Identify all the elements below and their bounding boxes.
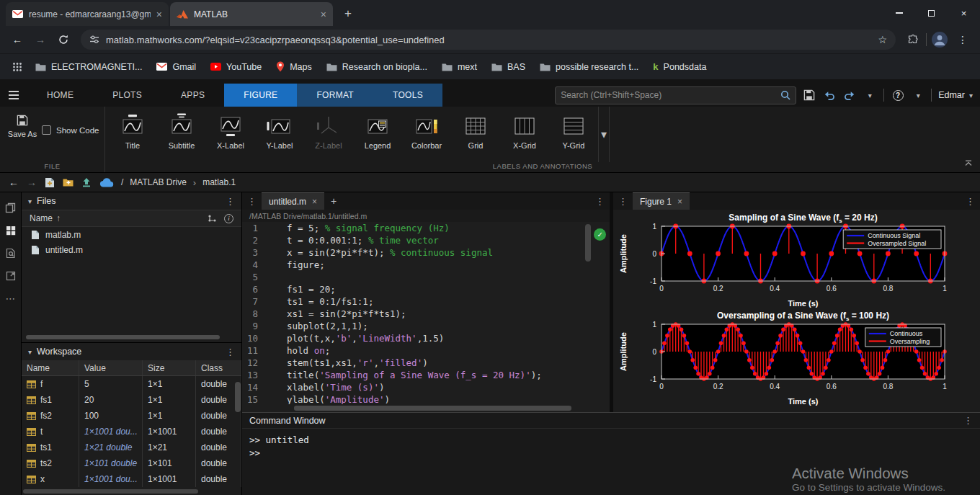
close-button[interactable]: × bbox=[948, 0, 980, 26]
bookmark-star-icon[interactable]: ☆ bbox=[878, 35, 887, 45]
path-new-script-icon[interactable] bbox=[45, 177, 55, 188]
code-line-15[interactable]: 15ylabel('Amplitude') bbox=[242, 393, 610, 404]
code-line-13[interactable]: 13title('Sampling of a Sine Wave (f_s = … bbox=[242, 369, 610, 381]
extensions-icon[interactable] bbox=[903, 30, 923, 50]
reload-icon[interactable] bbox=[53, 30, 74, 50]
editor-group-menu-icon[interactable]: ⋮ bbox=[590, 196, 610, 207]
profile-avatar[interactable] bbox=[930, 30, 950, 50]
panel-menu-icon[interactable]: ⋮ bbox=[226, 196, 235, 207]
toolstrip-tab-tools[interactable]: TOOLS bbox=[373, 84, 442, 107]
path-back-arrow-icon[interactable]: ← bbox=[9, 177, 19, 187]
editor-horizontal-scrollbar[interactable] bbox=[242, 404, 610, 412]
bookmark-possible-research-t[interactable]: possible research t... bbox=[533, 59, 645, 75]
workspace-row-ts2[interactable]: ts21×101 double1×101double bbox=[22, 455, 241, 471]
code-line-1[interactable]: 1f = 5; % signal frequency (Hz) bbox=[242, 222, 610, 234]
workspace-column-value[interactable]: Value bbox=[79, 360, 143, 375]
maximize-button[interactable] bbox=[915, 0, 948, 26]
toolstrip-tab-plots[interactable]: PLOTS bbox=[93, 84, 161, 107]
more-options-icon[interactable]: ⋯ bbox=[6, 293, 16, 303]
workspace-column-size[interactable]: Size bbox=[143, 360, 196, 375]
gallery-more-button[interactable]: ▾ bbox=[598, 107, 610, 162]
open-detached-icon[interactable] bbox=[6, 271, 16, 281]
editor-vertical-scrollbar[interactable] bbox=[585, 224, 591, 262]
files-panel-header[interactable]: ▾ Files ⋮ bbox=[22, 192, 241, 210]
browser-tab-matlab[interactable]: MATLAB× bbox=[170, 2, 333, 26]
apps-grid-icon[interactable] bbox=[7, 57, 27, 77]
site-settings-icon[interactable] bbox=[89, 35, 99, 45]
file-untitled-m[interactable]: untitled.m bbox=[22, 242, 241, 257]
code-line-14[interactable]: 14xlabel('Time (s)') bbox=[242, 381, 610, 393]
new-tab-button[interactable]: + bbox=[339, 4, 357, 23]
code-line-8[interactable]: 8xs1 = sin(2*pi*f*ts1); bbox=[242, 308, 610, 320]
workspace-row-ts1[interactable]: ts11×21 double1×21double bbox=[22, 440, 241, 455]
path-upload-icon[interactable] bbox=[81, 177, 92, 187]
toolstrip-tab-apps[interactable]: APPS bbox=[161, 84, 224, 107]
info-icon[interactable]: i bbox=[224, 214, 233, 223]
bookmark-pondsdata[interactable]: kPondsdata bbox=[646, 58, 713, 75]
files-column-header[interactable]: Name ↑ i bbox=[22, 210, 241, 227]
toolstrip-tab-figure[interactable]: FIGURE bbox=[224, 84, 297, 107]
quick-dropdown-icon[interactable]: ▾ bbox=[912, 92, 925, 99]
tab-close-icon[interactable]: × bbox=[156, 9, 162, 20]
new-document-button[interactable]: + bbox=[324, 195, 343, 207]
doc-search-panel-icon[interactable] bbox=[6, 248, 16, 259]
figure-group-menu-icon[interactable]: ⋮ bbox=[961, 196, 980, 207]
grid-panel-icon[interactable] bbox=[6, 226, 16, 236]
forward-icon[interactable]: → bbox=[30, 30, 50, 50]
tab-close-icon[interactable]: × bbox=[677, 197, 682, 207]
collapse-caret-icon[interactable]: ▾ bbox=[28, 197, 32, 205]
workspace-row-fs2[interactable]: fs21001×1double bbox=[22, 408, 241, 424]
bookmark-mext[interactable]: mext bbox=[435, 59, 484, 75]
code-line-4[interactable]: 4figure; bbox=[242, 259, 610, 271]
quick-dropdown-icon[interactable]: ▾ bbox=[863, 92, 876, 99]
show-code-toggle[interactable]: Show Code bbox=[42, 125, 99, 135]
workspace-vertical-scrollbar[interactable] bbox=[235, 382, 241, 412]
user-menu[interactable]: Edmar ▾ bbox=[938, 90, 973, 100]
code-line-9[interactable]: 9subplot(2,1,1); bbox=[242, 320, 610, 332]
files-horizontal-scrollbar[interactable] bbox=[24, 334, 239, 341]
workspace-panel-header[interactable]: ▾ Workspace ⋮ bbox=[22, 343, 241, 360]
collapse-caret-icon[interactable]: ▾ bbox=[28, 348, 32, 356]
chrome-menu-icon[interactable]: ⋮ bbox=[953, 30, 973, 50]
panel-menu-icon[interactable]: ⋮ bbox=[242, 196, 262, 207]
bookmark-electromagneti[interactable]: ELECTROMAGNETI... bbox=[29, 59, 148, 75]
pages-panel-icon[interactable] bbox=[5, 202, 16, 213]
search-input[interactable] bbox=[561, 90, 776, 100]
code-line-11[interactable]: 11hold on; bbox=[242, 344, 610, 357]
search-icon[interactable] bbox=[780, 90, 790, 100]
code-line-10[interactable]: 10plot(t,x,'b','LineWidth',1.5) bbox=[242, 332, 610, 344]
command-lines[interactable]: >> untitled>> bbox=[242, 429, 980, 495]
bookmark-maps[interactable]: Maps bbox=[270, 58, 318, 75]
code-line-6[interactable]: 6fs1 = 20; bbox=[242, 283, 610, 295]
back-icon[interactable]: ← bbox=[7, 30, 27, 50]
hamburger-menu-icon[interactable] bbox=[0, 84, 27, 107]
bookmark-research-on-biopla[interactable]: Research on biopla... bbox=[320, 59, 434, 75]
breadcrumb-matlab-1[interactable]: matlab.1 bbox=[202, 177, 236, 187]
panel-menu-icon[interactable]: ⋮ bbox=[963, 415, 973, 426]
minimize-button[interactable] bbox=[883, 0, 915, 26]
command-window-header[interactable]: Command Window ⋮ bbox=[242, 413, 980, 429]
command-line-2[interactable]: >> bbox=[249, 447, 973, 460]
code-editor[interactable]: 1f = 5; % signal frequency (Hz)2t = 0:0.… bbox=[242, 222, 610, 404]
tab-close-icon[interactable]: × bbox=[321, 9, 326, 20]
quick-help-icon[interactable]: ? bbox=[891, 90, 904, 101]
quick-redo-icon[interactable] bbox=[843, 91, 856, 100]
panel-menu-icon[interactable]: ⋮ bbox=[226, 347, 235, 357]
workspace-column-class[interactable]: Class bbox=[196, 360, 241, 375]
workspace-row-fs1[interactable]: fs1201×1double bbox=[22, 392, 241, 408]
path-new-folder-icon[interactable] bbox=[63, 178, 74, 187]
bookmark-youtube[interactable]: YouTube bbox=[204, 59, 268, 75]
code-line-5[interactable]: 5 bbox=[242, 271, 610, 283]
workspace-column-name[interactable]: Name bbox=[22, 360, 79, 375]
bookmark-gmail[interactable]: Gmail bbox=[150, 59, 202, 75]
url-text[interactable]: matlab.mathworks.com/?elqsid=v23cacipzrp… bbox=[106, 35, 871, 45]
path-forward-arrow-icon[interactable]: → bbox=[27, 177, 37, 187]
figure-tab[interactable]: Figure 1 × bbox=[633, 192, 690, 210]
code-line-3[interactable]: 3x = sin(2*pi*f*t); % continuous signal bbox=[242, 246, 610, 259]
quick-save-icon[interactable] bbox=[803, 89, 816, 102]
name-column-label[interactable]: Name bbox=[30, 213, 53, 223]
breadcrumb-matlab-drive[interactable]: MATLAB Drive bbox=[130, 177, 186, 187]
file-matlab-m[interactable]: matlab.m bbox=[22, 227, 241, 242]
workspace-horizontal-scrollbar[interactable] bbox=[22, 488, 241, 495]
tab-close-icon[interactable]: × bbox=[312, 197, 317, 207]
